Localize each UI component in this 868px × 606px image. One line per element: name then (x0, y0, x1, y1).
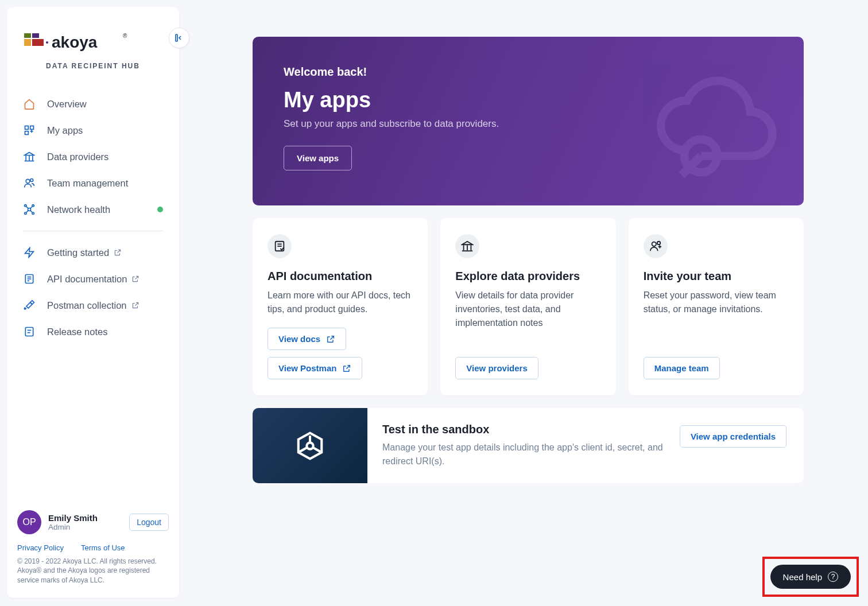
sidebar-item-overview[interactable]: Overview (15, 91, 171, 117)
nav-label: Data providers (47, 152, 108, 162)
home-icon (23, 98, 36, 110)
sidebar-item-my-apps[interactable]: My apps (15, 117, 171, 143)
external-link-icon (131, 275, 140, 283)
external-link-icon (342, 364, 351, 373)
sidebar-item-data-providers[interactable]: Data providers (15, 143, 171, 170)
collapse-icon (174, 33, 184, 43)
bank-icon (23, 150, 36, 163)
card-title: API documentation (268, 270, 413, 283)
svg-rect-4 (32, 39, 44, 46)
view-postman-button[interactable]: View Postman (268, 357, 362, 379)
status-dot-healthy (157, 207, 163, 212)
nav-label: Postman collection (47, 300, 127, 311)
nav-divider (23, 231, 163, 231)
sidebar-item-getting-started[interactable]: Getting started (15, 239, 171, 266)
card-api-docs: API documentation Learn more with our AP… (253, 218, 428, 395)
nav-label: Overview (47, 99, 87, 110)
hex-icon (294, 430, 326, 461)
doc-icon (268, 234, 292, 258)
cards-row: API documentation Learn more with our AP… (253, 218, 804, 395)
cloud-icon (631, 54, 792, 192)
svg-text:®: ® (123, 33, 127, 39)
manage-team-button[interactable]: Manage team (644, 357, 720, 379)
user-role: Admin (48, 523, 98, 531)
avatar: OP (17, 510, 41, 534)
team-icon (644, 234, 668, 258)
nav-label: Team management (47, 178, 128, 189)
svg-point-21 (25, 205, 26, 207)
brand-tagline: DATA RECIPEINT HUB (7, 62, 179, 91)
view-providers-button[interactable]: View providers (455, 357, 538, 379)
svg-rect-8 (25, 126, 29, 130)
svg-point-5 (46, 41, 48, 44)
external-link-icon (326, 335, 335, 344)
need-help-button[interactable]: Need help ? (770, 565, 851, 589)
hero-banner: Welcome back! My apps Set up your apps a… (253, 37, 804, 205)
sidebar-item-api-docs[interactable]: API documentation (15, 266, 171, 292)
svg-rect-2 (32, 33, 39, 38)
primary-nav: Overview My apps Data providers Team man… (7, 91, 179, 345)
sandbox-card: Test in the sandbox Manage your test app… (253, 408, 804, 483)
question-icon: ? (828, 572, 838, 582)
svg-marker-41 (462, 242, 472, 245)
svg-rect-34 (25, 328, 33, 336)
svg-line-54 (313, 447, 320, 451)
svg-point-23 (25, 212, 26, 214)
svg-rect-10 (25, 131, 29, 135)
card-desc: Reset your password, view team status, o… (644, 289, 789, 316)
bolt-icon (23, 246, 36, 259)
sidebar-item-team-management[interactable]: Team management (15, 170, 171, 196)
apps-icon (23, 124, 36, 137)
card-title: Explore data providers (455, 270, 600, 283)
sidebar-footer: OP Emily Smith Admin Logout Privacy Poli… (7, 501, 179, 598)
svg-point-24 (32, 212, 34, 214)
svg-line-53 (300, 447, 307, 451)
svg-point-22 (32, 205, 34, 207)
need-help-label: Need help (783, 572, 822, 582)
nav-label: My apps (47, 125, 83, 136)
svg-rect-1 (24, 33, 31, 38)
nav-label: API documentation (47, 274, 127, 285)
card-desc: View details for data provider inventori… (455, 289, 600, 330)
view-credentials-button[interactable]: View app credentials (680, 425, 786, 448)
logout-button[interactable]: Logout (129, 514, 169, 531)
view-docs-button[interactable]: View docs (268, 328, 346, 350)
svg-line-27 (26, 211, 28, 212)
doc-icon (23, 273, 36, 285)
button-label: View docs (278, 334, 320, 344)
svg-rect-3 (24, 39, 31, 46)
terms-link[interactable]: Terms of Use (81, 543, 125, 552)
view-apps-button[interactable]: View apps (284, 146, 352, 170)
akoya-logo-icon: akoya ® (24, 30, 127, 56)
nav-label: Release notes (47, 327, 108, 337)
user-name: Emily Smith (48, 513, 98, 523)
sidebar-collapse-button[interactable] (169, 28, 189, 48)
privacy-link[interactable]: Privacy Policy (17, 543, 64, 552)
sidebar-item-network-health[interactable]: Network health (15, 196, 171, 223)
card-title: Invite your team (644, 270, 789, 283)
card-invite-team: Invite your team Reset your password, vi… (629, 218, 804, 395)
main-content: Welcome back! My apps Set up your apps a… (253, 37, 804, 483)
sidebar-item-postman[interactable]: Postman collection (15, 292, 171, 318)
sidebar-item-release-notes[interactable]: Release notes (15, 318, 171, 345)
external-link-icon (114, 248, 122, 257)
footer-copyright: © 2019 - 2022 Akoya LLC. All rights rese… (17, 557, 169, 585)
need-help-highlight: Need help ? (762, 557, 859, 597)
notes-icon (23, 325, 36, 338)
svg-marker-29 (25, 248, 34, 258)
button-label: View Postman (278, 363, 336, 373)
nav-label: Getting started (47, 247, 109, 258)
rocket-icon (23, 299, 36, 312)
nav-label: Network health (47, 204, 110, 215)
network-icon (23, 203, 36, 216)
svg-point-47 (657, 242, 660, 245)
svg-line-26 (30, 207, 32, 208)
sidebar: akoya ® DATA RECIPEINT HUB Overview My a… (7, 7, 179, 598)
user-row: OP Emily Smith Admin Logout (17, 510, 169, 543)
svg-text:akoya: akoya (52, 33, 98, 51)
svg-point-19 (30, 179, 33, 182)
team-icon (23, 177, 36, 189)
svg-point-51 (307, 442, 313, 449)
sandbox-desc: Manage your test app details including t… (382, 441, 665, 468)
card-data-providers: Explore data providers View details for … (440, 218, 615, 395)
